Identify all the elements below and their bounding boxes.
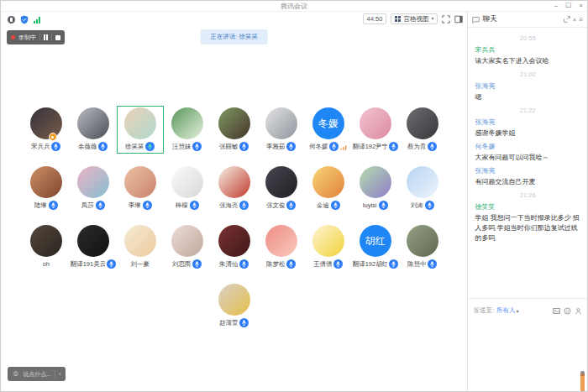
- side-panel-button[interactable]: [454, 15, 463, 24]
- participant-tile[interactable]: 金迪: [305, 165, 352, 212]
- window-controls: – ☐ ×: [554, 1, 583, 10]
- participant-tile[interactable]: 陆琳: [23, 165, 70, 212]
- participant-tile[interactable]: 徐笑笑: [117, 106, 164, 154]
- participant-name: 徐笑笑: [125, 143, 144, 151]
- send-to-select[interactable]: 所有人 ▾: [496, 306, 519, 315]
- meeting-stage: 44:50 宫格视图 ▾ 录制中: [1, 12, 467, 392]
- participant-tile[interactable]: 陈梦松: [258, 223, 305, 271]
- audio-status-icon[interactable]: [8, 16, 15, 24]
- participant-name: 翻译192尹宁静: [353, 143, 387, 151]
- participant-tile[interactable]: 陈慧中: [399, 223, 446, 271]
- participant-tile[interactable]: 蔡为青: [399, 106, 446, 154]
- participant-avatar: [124, 166, 156, 198]
- chat-messages[interactable]: 20:55宋兵兵请大家实名下进入会议哈21:02张海亮嗯21:22张海亮感谢冬媛…: [468, 28, 587, 298]
- participant-name-row: 赵薄萱: [212, 318, 257, 327]
- participant-tile[interactable]: 翻译192尹宁静: [352, 106, 399, 154]
- mic-icon: [51, 142, 60, 151]
- participant-tile[interactable]: luyisi: [352, 165, 399, 212]
- close-icon[interactable]: ×: [579, 1, 583, 10]
- participant-tile[interactable]: 梓檬: [164, 165, 211, 212]
- participant-tile[interactable]: 汪慧妹: [164, 106, 211, 154]
- participant-name: 刘思雨: [172, 260, 192, 269]
- popout-icon[interactable]: [564, 16, 570, 23]
- participant-row: oh翻译191吴云欣..刘一豪刘思雨朱清仙陈梦松王倩倩胡红翻译192胡红陈慧中: [1, 223, 467, 271]
- participant-tile[interactable]: 刘一豪: [117, 223, 164, 271]
- participant-name: 陈梦松: [266, 260, 286, 269]
- screenshot-icon[interactable]: [553, 303, 560, 318]
- speaking-banner: 正在讲话: 徐笑笑: [200, 29, 268, 44]
- mic-icon: [192, 259, 202, 269]
- emoji-icon[interactable]: [564, 303, 571, 318]
- participant-name: 蔡为青: [407, 143, 427, 151]
- participant-tile[interactable]: 李琳: [117, 165, 164, 212]
- participant-tile[interactable]: 张海亮: [211, 165, 258, 212]
- participant-name-row: 陈慧中: [400, 259, 445, 269]
- fullscreen-button[interactable]: [442, 15, 450, 24]
- chat-sender: 宋兵兵: [475, 45, 580, 55]
- participant-avatar: [30, 107, 62, 139]
- participant-tile[interactable]: 冬媛何冬媛: [305, 106, 352, 154]
- mention-icon[interactable]: [575, 303, 582, 318]
- participant-grid: 宋兵兵余薇薇徐笑笑汪慧妹张丽敏李雅茹冬媛何冬媛翻译192尹宁静蔡为青陆琳凤莎李琳…: [1, 106, 467, 341]
- participant-name: 李琳: [129, 201, 141, 210]
- mic-icon: [331, 201, 340, 210]
- quick-chat-bar[interactable]: ☺ 说点什么... ‹: [8, 367, 66, 381]
- participant-name: 李雅茹: [266, 143, 286, 151]
- record-dot-icon: [11, 35, 15, 39]
- participant-avatar: [77, 107, 109, 139]
- participant-tile[interactable]: 宋兵兵: [23, 106, 70, 154]
- pencil-cursor: [580, 371, 585, 392]
- participant-tile[interactable]: 翻译191吴云欣..: [70, 223, 117, 271]
- participant-tile[interactable]: oh: [23, 223, 70, 271]
- chat-timestamp: 21:22: [475, 107, 580, 114]
- participant-tile[interactable]: 李雅茹: [258, 106, 305, 154]
- participant-tile[interactable]: 张丽敏: [211, 106, 258, 154]
- participant-name: 赵薄萱: [219, 319, 239, 327]
- recording-indicator: 录制中: [7, 30, 65, 44]
- menu-icon[interactable]: ≡: [579, 16, 583, 24]
- participant-tile[interactable]: 胡红翻译192胡红: [352, 223, 399, 271]
- participant-avatar: 冬媛: [312, 107, 344, 139]
- collapse-arrow-icon[interactable]: ‹: [59, 370, 61, 378]
- minimize-icon[interactable]: –: [554, 1, 558, 10]
- participant-avatar: [407, 166, 438, 198]
- participant-name: 刘一豪: [130, 260, 150, 269]
- participant-name-row: 陈梦松: [259, 259, 304, 269]
- chat-close-icon[interactable]: ×: [573, 16, 577, 24]
- security-shield-icon[interactable]: [20, 15, 29, 24]
- emoji-icon[interactable]: ☺: [12, 370, 19, 378]
- participant-tile[interactable]: 余薇薇: [70, 106, 117, 154]
- participant-tile[interactable]: 凤莎: [70, 165, 117, 212]
- participant-tile[interactable]: 朱清仙: [211, 223, 258, 271]
- participant-avatar: [265, 107, 297, 139]
- maximize-icon[interactable]: ☐: [565, 1, 571, 10]
- participant-avatar: [407, 225, 438, 257]
- participant-avatar: 胡红: [360, 225, 391, 257]
- status-icons: [8, 15, 40, 24]
- chat-title: 聊天: [482, 14, 496, 24]
- participant-tile[interactable]: 赵薄萱: [211, 282, 258, 330]
- participant-name: 张海亮: [219, 201, 239, 210]
- grid-view-button[interactable]: 宫格视图 ▾: [391, 13, 438, 24]
- mic-icon: [286, 142, 296, 151]
- mic-icon: [379, 201, 388, 210]
- quick-chat-placeholder[interactable]: 说点什么...: [23, 370, 51, 379]
- mic-icon: [145, 142, 155, 151]
- meeting-window: 腾讯会议 – ☐ × 44:50: [0, 0, 588, 392]
- pause-recording-button[interactable]: [44, 34, 48, 40]
- chat-header: 聊天 × ≡: [468, 12, 587, 28]
- mic-icon: [96, 201, 105, 210]
- mic-icon: [192, 142, 202, 151]
- stop-recording-button[interactable]: [55, 35, 60, 40]
- mic-icon: [333, 259, 343, 269]
- participant-tile[interactable]: 刘思雨: [164, 223, 211, 271]
- participant-row: 赵薄萱: [1, 282, 467, 330]
- participant-avatar: [171, 107, 203, 139]
- participant-tile[interactable]: 王倩倩: [305, 223, 352, 271]
- participant-tile[interactable]: 刘涛: [399, 165, 446, 212]
- volume-icon: [340, 139, 347, 154]
- chat-composer: 发送至: 所有人 ▾: [468, 298, 587, 392]
- participant-name-row: 余薇薇: [71, 142, 116, 151]
- participant-tile[interactable]: 张文俊: [258, 165, 305, 212]
- participant-name: oh: [43, 260, 50, 268]
